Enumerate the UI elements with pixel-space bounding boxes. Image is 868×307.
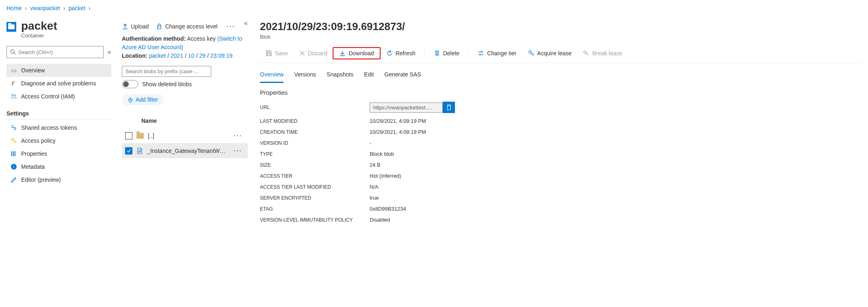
- loc-part[interactable]: 29: [199, 52, 206, 59]
- swap-icon: [478, 50, 484, 57]
- row-more-button[interactable]: ···: [231, 131, 245, 140]
- pencil-icon: [11, 176, 17, 183]
- property-key: SIZE: [260, 162, 370, 168]
- tab-versions[interactable]: Versions: [294, 69, 316, 83]
- search-input[interactable]: [6, 46, 104, 58]
- tab-edit[interactable]: Edit: [364, 69, 374, 83]
- row-more-button[interactable]: ···: [231, 146, 245, 155]
- property-value: 24 B: [370, 162, 860, 168]
- property-row: VERSION ID-: [260, 137, 860, 148]
- blob-search-input[interactable]: [122, 66, 211, 77]
- overview-icon: ▭: [11, 67, 17, 74]
- change-tier-button[interactable]: Change tier: [472, 48, 522, 59]
- blob-subtitle: Blob: [260, 34, 860, 40]
- breadcrumb-item[interactable]: vwanpacket: [30, 5, 60, 11]
- search-field[interactable]: [18, 49, 100, 55]
- property-key: TYPE: [260, 151, 370, 157]
- svg-text:i: i: [13, 164, 14, 169]
- nav-editor[interactable]: Editor (preview): [6, 173, 111, 186]
- nav-overview[interactable]: ▭ Overview: [6, 64, 111, 77]
- nav-metadata[interactable]: i Metadata: [6, 160, 111, 173]
- save-button: Save: [260, 48, 294, 59]
- link-icon: [11, 124, 17, 131]
- table-row[interactable]: [..] ···: [122, 128, 248, 143]
- property-value: [370, 102, 860, 113]
- trash-icon: [434, 50, 440, 57]
- row-checkbox[interactable]: [125, 147, 132, 155]
- delete-button[interactable]: Delete: [428, 48, 465, 59]
- nav-access-policy[interactable]: Access policy: [6, 134, 111, 147]
- nav-iam[interactable]: Access Control (IAM): [6, 90, 111, 103]
- search-icon: [10, 49, 16, 55]
- auth-method-label: Authentication method:: [122, 35, 186, 42]
- row-checkbox[interactable]: [125, 132, 132, 139]
- info-icon: i: [11, 163, 17, 170]
- property-key: SERVER ENCRYPTED: [260, 195, 370, 201]
- nav-properties[interactable]: Properties: [6, 147, 111, 160]
- nav-diagnose[interactable]: Diagnose and solve problems: [6, 77, 111, 90]
- property-key: VERSION ID: [260, 140, 370, 146]
- close-icon: [299, 50, 305, 56]
- property-key: CREATION TIME: [260, 129, 370, 135]
- tab-overview[interactable]: Overview: [260, 69, 284, 83]
- upload-icon: [122, 23, 128, 30]
- loc-part[interactable]: 23:09:19: [210, 52, 233, 59]
- property-value: Disabled: [370, 217, 860, 223]
- tab-generate-sas[interactable]: Generate SAS: [384, 69, 421, 83]
- folder-icon: [136, 133, 144, 139]
- people-icon: [11, 93, 17, 100]
- property-value: -: [370, 140, 860, 146]
- discard-button: Discard: [294, 48, 333, 59]
- acquire-lease-button[interactable]: Acquire lease: [522, 48, 578, 59]
- loc-part[interactable]: 10: [188, 52, 195, 59]
- property-value: true: [370, 195, 860, 201]
- property-row: VERSION-LEVEL IMMUTABILITY POLICYDisable…: [260, 214, 860, 225]
- property-row: SERVER ENCRYPTEDtrue: [260, 192, 860, 203]
- refresh-icon: [386, 50, 393, 57]
- break-lease-button: Break lease: [577, 48, 628, 59]
- container-icon: [6, 22, 16, 32]
- upload-button[interactable]: Upload: [122, 23, 149, 30]
- url-input[interactable]: [370, 102, 443, 113]
- page-subtitle: Container: [21, 33, 57, 39]
- collapse-right-icon[interactable]: «: [244, 20, 248, 27]
- svg-rect-6: [13, 151, 14, 156]
- refresh-button[interactable]: Refresh: [381, 48, 421, 59]
- more-button[interactable]: ···: [225, 22, 237, 30]
- settings-header: Settings: [6, 110, 111, 118]
- properties-icon: [11, 150, 17, 157]
- change-access-button[interactable]: Change access level: [156, 23, 217, 30]
- properties-header: Properties: [260, 83, 860, 99]
- download-button[interactable]: Download: [333, 47, 380, 59]
- property-key: ETAG: [260, 206, 370, 212]
- breadcrumb: Home › vwanpacket › packet ›: [0, 0, 868, 16]
- property-key: VERSION-LEVEL IMMUTABILITY POLICY: [260, 217, 370, 223]
- property-value: 10/29/2021, 4:09:19 PM: [370, 129, 860, 135]
- loc-part[interactable]: 2021: [171, 52, 183, 59]
- copy-button[interactable]: [443, 102, 455, 113]
- svg-point-3: [14, 95, 16, 96]
- breadcrumb-item[interactable]: Home: [6, 5, 22, 11]
- breadcrumb-item[interactable]: packet: [69, 5, 85, 11]
- property-key: ACCESS TIER: [260, 173, 370, 179]
- add-filter-button[interactable]: Add filter: [122, 94, 164, 105]
- property-row: SIZE24 B: [260, 159, 860, 170]
- property-value: N/A: [370, 184, 860, 190]
- tab-snapshots[interactable]: Snapshots: [327, 69, 353, 83]
- chevron-right-icon: ›: [63, 5, 65, 11]
- collapse-left-icon[interactable]: «: [108, 48, 111, 56]
- show-deleted-toggle[interactable]: [122, 80, 138, 88]
- table-row[interactable]: _Instance_GatewayTenantWor… ···: [122, 143, 248, 158]
- filter-icon: [128, 97, 133, 102]
- loc-part[interactable]: packet: [149, 52, 166, 59]
- tabs: Overview Versions Snapshots Edit Generat…: [260, 63, 860, 83]
- download-icon: [339, 50, 346, 57]
- lock-icon: [156, 23, 162, 30]
- svg-point-2: [12, 94, 14, 96]
- nav-shared-tokens[interactable]: Shared access tokens: [6, 121, 111, 134]
- svg-rect-10: [158, 26, 161, 29]
- property-row: TYPEBlock blob: [260, 148, 860, 159]
- chevron-right-icon: ›: [89, 5, 91, 11]
- property-key: URL: [260, 105, 370, 110]
- toolbar-divider: [424, 49, 425, 58]
